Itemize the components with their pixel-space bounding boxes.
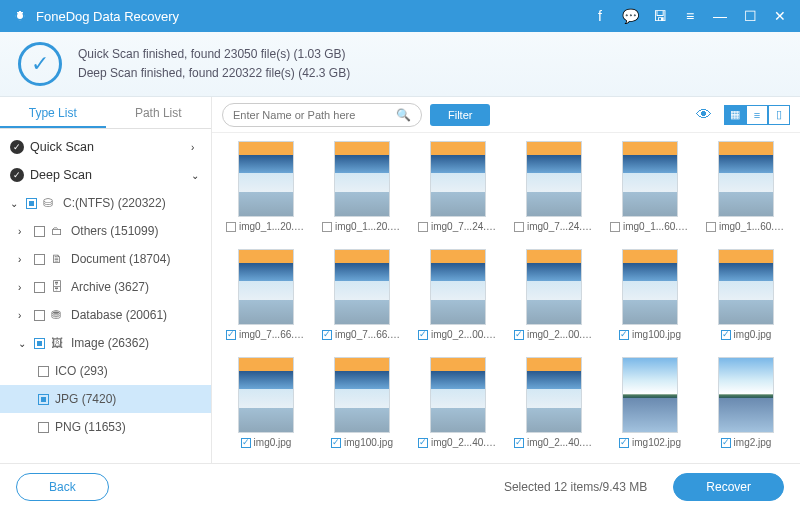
- thumbnail-item[interactable]: img0_2...40.jpg: [414, 357, 502, 455]
- thumbnail-item[interactable]: img0_1...20.jpg: [222, 141, 310, 239]
- check-icon: ✓: [10, 140, 24, 154]
- thumbnail-checkbox[interactable]: [226, 330, 236, 340]
- checkbox[interactable]: [34, 282, 45, 293]
- thumbnail-image[interactable]: [238, 357, 294, 433]
- close-icon[interactable]: ✕: [772, 8, 788, 24]
- thumbnail-image[interactable]: [526, 249, 582, 325]
- thumbnail-checkbox[interactable]: [619, 330, 629, 340]
- tree-others[interactable]: › 🗀 Others (151099): [0, 217, 211, 245]
- view-list-button[interactable]: ≡: [746, 105, 768, 125]
- thumbnail-image[interactable]: [430, 141, 486, 217]
- thumbnail-item[interactable]: img0_7...24.jpg: [510, 141, 598, 239]
- thumbnail-checkbox[interactable]: [706, 222, 716, 232]
- thumbnail-image[interactable]: [718, 357, 774, 433]
- view-grid-button[interactable]: ▦: [724, 105, 746, 125]
- thumbnail-checkbox[interactable]: [226, 222, 236, 232]
- chevron-right-icon: ›: [18, 226, 28, 237]
- thumbnail-image[interactable]: [526, 357, 582, 433]
- thumbnail-item[interactable]: img0.jpg: [222, 357, 310, 455]
- thumbnail-image[interactable]: [334, 357, 390, 433]
- save-icon[interactable]: 🖫: [652, 8, 668, 24]
- tab-path-list[interactable]: Path List: [106, 97, 212, 128]
- thumbnail-checkbox[interactable]: [721, 438, 731, 448]
- thumbnail-item[interactable]: img100.jpg: [606, 249, 694, 347]
- thumbnail-checkbox[interactable]: [418, 438, 428, 448]
- filter-button[interactable]: Filter: [430, 104, 490, 126]
- maximize-icon[interactable]: ☐: [742, 8, 758, 24]
- thumbnail-image[interactable]: [334, 249, 390, 325]
- thumbnail-item[interactable]: img0.jpg: [702, 249, 790, 347]
- thumbnail-grid: img0_1...20.jpgimg0_1...20.jpgimg0_7...2…: [212, 133, 800, 463]
- thumbnail-checkbox[interactable]: [331, 438, 341, 448]
- search-icon[interactable]: 🔍: [396, 108, 411, 122]
- thumbnail-image[interactable]: [334, 141, 390, 217]
- thumbnail-checkbox[interactable]: [418, 222, 428, 232]
- thumbnail-checkbox[interactable]: [514, 438, 524, 448]
- checkbox[interactable]: [38, 422, 49, 433]
- tree-label: Database (20061): [71, 308, 167, 322]
- thumbnail-image[interactable]: [622, 141, 678, 217]
- checkbox[interactable]: [38, 366, 49, 377]
- tree-database[interactable]: › ⛃ Database (20061): [0, 301, 211, 329]
- facebook-icon[interactable]: f: [592, 8, 608, 24]
- preview-icon[interactable]: 👁: [696, 106, 712, 124]
- thumbnail-checkbox[interactable]: [322, 222, 332, 232]
- thumbnail-image[interactable]: [622, 249, 678, 325]
- thumbnail-checkbox[interactable]: [322, 330, 332, 340]
- tree-quick-scan[interactable]: ✓ Quick Scan ›: [0, 133, 211, 161]
- thumbnail-image[interactable]: [430, 357, 486, 433]
- scan-summary: ✓ Quick Scan finished, found 23050 file(…: [0, 32, 800, 97]
- tree-document[interactable]: › 🗎 Document (18704): [0, 245, 211, 273]
- thumbnail-checkbox[interactable]: [619, 438, 629, 448]
- menu-icon[interactable]: ≡: [682, 8, 698, 24]
- tree-png[interactable]: PNG (11653): [0, 413, 211, 441]
- thumbnail-image[interactable]: [238, 141, 294, 217]
- thumbnail-item[interactable]: img0_1...60.jpg: [702, 141, 790, 239]
- thumbnail-item[interactable]: img0_2...00.jpg: [510, 249, 598, 347]
- thumbnail-item[interactable]: img0_2...00.jpg: [414, 249, 502, 347]
- thumbnail-image[interactable]: [430, 249, 486, 325]
- thumbnail-checkbox[interactable]: [721, 330, 731, 340]
- tree-deep-scan[interactable]: ✓ Deep Scan ⌄: [0, 161, 211, 189]
- recover-button[interactable]: Recover: [673, 473, 784, 501]
- checkbox[interactable]: [34, 310, 45, 321]
- thumbnail-item[interactable]: img2.jpg: [702, 357, 790, 455]
- thumbnail-checkbox[interactable]: [514, 222, 524, 232]
- minimize-icon[interactable]: —: [712, 8, 728, 24]
- thumbnail-item[interactable]: img100.jpg: [318, 357, 406, 455]
- chevron-down-icon: ⌄: [10, 198, 20, 209]
- chevron-right-icon: ›: [18, 310, 28, 321]
- thumbnail-item[interactable]: img0_7...24.jpg: [414, 141, 502, 239]
- view-detail-button[interactable]: ▯: [768, 105, 790, 125]
- checkbox[interactable]: [34, 226, 45, 237]
- thumbnail-checkbox[interactable]: [514, 330, 524, 340]
- search-box[interactable]: 🔍: [222, 103, 422, 127]
- tree-archive[interactable]: › 🗄 Archive (3627): [0, 273, 211, 301]
- thumbnail-item[interactable]: img0_1...60.jpg: [606, 141, 694, 239]
- checkbox-partial[interactable]: [38, 394, 49, 405]
- thumbnail-image[interactable]: [238, 249, 294, 325]
- checkbox-partial[interactable]: [34, 338, 45, 349]
- thumbnail-checkbox[interactable]: [418, 330, 428, 340]
- feedback-icon[interactable]: 💬: [622, 8, 638, 24]
- thumbnail-item[interactable]: img0_7...66.jpg: [318, 249, 406, 347]
- thumbnail-checkbox[interactable]: [241, 438, 251, 448]
- thumbnail-checkbox[interactable]: [610, 222, 620, 232]
- thumbnail-image[interactable]: [622, 357, 678, 433]
- thumbnail-item[interactable]: img0_7...66.jpg: [222, 249, 310, 347]
- thumbnail-item[interactable]: img0_1...20.jpg: [318, 141, 406, 239]
- tree-image[interactable]: ⌄ 🖼 Image (26362): [0, 329, 211, 357]
- thumbnail-image[interactable]: [718, 141, 774, 217]
- thumbnail-image[interactable]: [526, 141, 582, 217]
- tree-jpg[interactable]: JPG (7420): [0, 385, 211, 413]
- checkbox[interactable]: [34, 254, 45, 265]
- thumbnail-image[interactable]: [718, 249, 774, 325]
- tree-ico[interactable]: ICO (293): [0, 357, 211, 385]
- thumbnail-item[interactable]: img0_2...40.jpg: [510, 357, 598, 455]
- thumbnail-item[interactable]: img102.jpg: [606, 357, 694, 455]
- back-button[interactable]: Back: [16, 473, 109, 501]
- tab-type-list[interactable]: Type List: [0, 97, 106, 128]
- checkbox-partial[interactable]: [26, 198, 37, 209]
- search-input[interactable]: [233, 109, 396, 121]
- tree-drive[interactable]: ⌄ ⛁ C:(NTFS) (220322): [0, 189, 211, 217]
